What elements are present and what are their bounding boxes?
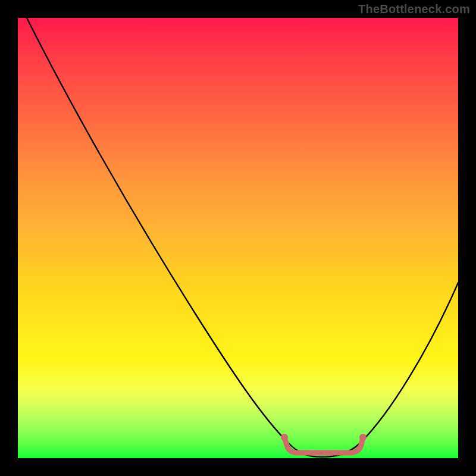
bottleneck-curve	[27, 18, 458, 457]
watermark-text: TheBottleneck.com	[358, 2, 470, 16]
chart-frame: TheBottleneck.com	[0, 0, 476, 476]
plot-svg	[18, 18, 458, 458]
optimal-range-marker	[281, 434, 367, 453]
svg-point-1	[359, 434, 367, 441]
plot-area	[18, 18, 458, 458]
